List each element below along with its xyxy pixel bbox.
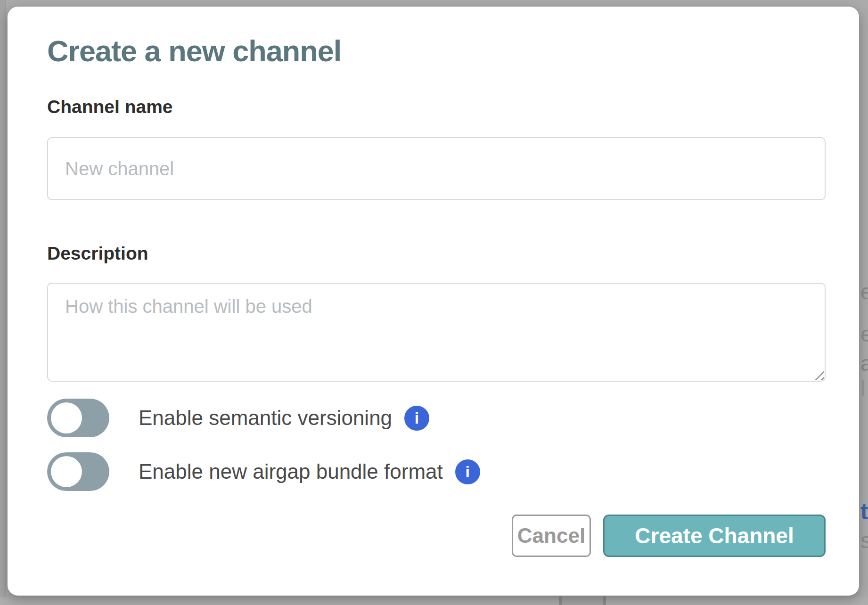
modal-footer: Cancel Create Channel — [47, 515, 826, 557]
background-left-edge — [0, 0, 6, 605]
description-textarea-wrap — [47, 283, 826, 382]
description-label: Description — [47, 244, 826, 264]
background-page-fragment: t — [860, 500, 868, 523]
background-page-fragment: s — [860, 530, 868, 551]
toggle-knob — [51, 456, 82, 487]
info-icon[interactable]: i — [404, 406, 429, 431]
create-channel-button[interactable]: Create Channel — [603, 515, 826, 557]
background-page-fragment: a — [860, 352, 868, 374]
background-page-fragment: e — [860, 281, 868, 302]
cancel-button[interactable]: Cancel — [512, 515, 591, 557]
background-table-line — [559, 597, 562, 605]
semantic-versioning-label: Enable semantic versioning — [139, 406, 392, 430]
modal-title: Create a new channel — [47, 34, 826, 68]
toggle-knob — [51, 402, 82, 433]
semantic-versioning-toggle[interactable] — [47, 399, 109, 437]
airgap-bundle-label: Enable new airgap bundle format — [139, 460, 443, 483]
create-channel-modal: Create a new channel Channel name Descri… — [8, 7, 859, 596]
background-table-cell — [562, 597, 603, 605]
channel-name-input[interactable] — [47, 137, 826, 200]
airgap-bundle-toggle[interactable] — [47, 452, 109, 491]
background-page-fragment: e — [860, 323, 868, 345]
background-bottom-strip — [0, 597, 868, 605]
semantic-versioning-row: Enable semantic versioning i — [47, 399, 826, 437]
background-page-fragment: l — [860, 378, 865, 400]
description-textarea[interactable] — [47, 283, 826, 382]
background-table-line — [603, 597, 606, 605]
airgap-bundle-row: Enable new airgap bundle format i — [47, 452, 826, 491]
info-icon[interactable]: i — [455, 459, 480, 484]
channel-name-label: Channel name — [47, 97, 826, 117]
